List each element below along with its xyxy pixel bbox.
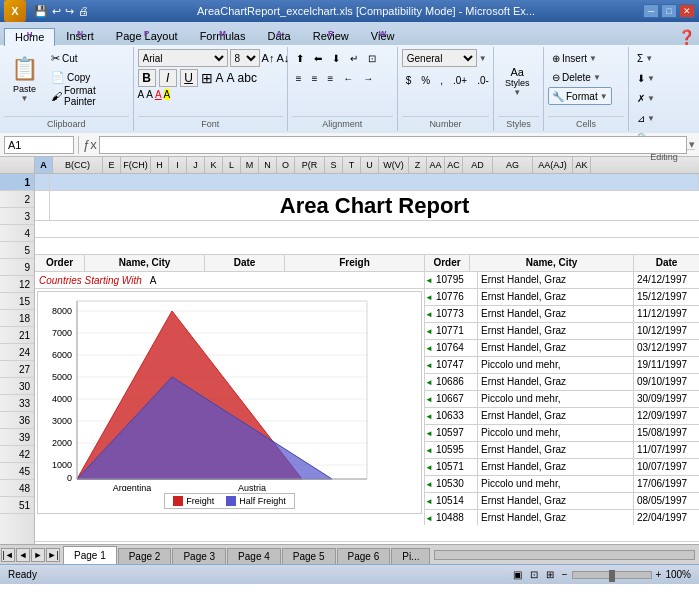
col-header-M[interactable]: M [241, 157, 259, 173]
delete-button[interactable]: ⊖ Delete ▼ [548, 68, 605, 86]
list-item[interactable]: ◄ 10597 Piccolo und mehr, 15/08/1997 [425, 425, 699, 442]
delete-arrow[interactable]: ▼ [593, 73, 601, 82]
wrap-text-icon[interactable]: ↵ [346, 49, 362, 67]
clear-arrow[interactable]: ▼ [647, 94, 655, 103]
tab-data[interactable]: A Data [256, 27, 301, 45]
italic-button[interactable]: I [159, 69, 177, 87]
align-right-icon[interactable]: ≡ [323, 69, 337, 87]
sheet-tab-page5[interactable]: Page 5 [282, 548, 336, 564]
clear-button[interactable]: ✗ ▼ [633, 89, 659, 107]
tab-view[interactable]: W View [360, 27, 406, 45]
sheet-tab-page2[interactable]: Page 2 [118, 548, 172, 564]
indent-increase-icon[interactable]: → [359, 69, 377, 87]
sheet-nav-next[interactable]: ► [31, 548, 45, 562]
border-button[interactable]: ⊞ [201, 70, 213, 86]
list-item[interactable]: ◄ 10595 Ernst Handel, Graz 11/07/1997 [425, 442, 699, 459]
sheet-tab-page1[interactable]: Page 1 [63, 546, 117, 564]
increase-decimal-button[interactable]: .0+ [449, 71, 471, 89]
zoom-in-icon[interactable]: + [656, 569, 662, 580]
col-header-J[interactable]: J [187, 157, 205, 173]
list-item[interactable]: ◄ 10764 Ernst Handel, Graz 03/12/1997 [425, 340, 699, 357]
list-item[interactable]: ◄ 10514 Ernst Handel, Graz 08/05/1997 [425, 493, 699, 510]
copy-button[interactable]: 📄 Copy [47, 68, 129, 86]
align-center-icon[interactable]: ≡ [308, 69, 322, 87]
formula-expand-icon[interactable]: ▾ [689, 138, 695, 151]
sheet-nav-first[interactable]: |◄ [1, 548, 15, 562]
comma-button[interactable]: , [436, 71, 447, 89]
list-item[interactable]: ◄ 10667 Piccolo und mehr, 30/09/1997 [425, 391, 699, 408]
list-item[interactable]: ◄ 10686 Ernst Handel, Graz 09/10/1997 [425, 374, 699, 391]
sum-arrow[interactable]: ▼ [645, 54, 653, 63]
merge-center-icon[interactable]: ⊡ [364, 49, 380, 67]
paste-dropdown-arrow[interactable]: ▼ [21, 94, 29, 103]
name-box[interactable] [4, 136, 74, 154]
styles-button[interactable]: Aa Styles ▼ [498, 52, 537, 112]
align-top-icon[interactable]: ⬆ [292, 49, 308, 67]
paste-button[interactable]: 📋 Paste ▼ [4, 49, 45, 109]
help-icon[interactable]: ❓ [678, 29, 695, 45]
list-item[interactable]: ◄ 10795 Ernst Handel, Graz 24/12/1997 [425, 272, 699, 289]
tab-page-layout[interactable]: P Page Layout [105, 27, 189, 45]
cell-rest-1[interactable] [50, 174, 699, 191]
align-middle-icon[interactable]: ⬅ [310, 49, 326, 67]
col-header-E[interactable]: E [103, 157, 121, 173]
font-name-select[interactable]: Arial [138, 49, 228, 67]
increase-font-icon[interactable]: A↑ [262, 52, 275, 64]
list-item[interactable]: ◄ 10776 Ernst Handel, Graz 15/12/1997 [425, 289, 699, 306]
bold-button[interactable]: B [138, 69, 156, 87]
col-header-A[interactable]: A [35, 157, 53, 173]
fill-button[interactable]: ⬇ ▼ [633, 69, 659, 87]
sheet-tab-page3[interactable]: Page 3 [172, 548, 226, 564]
col-header-N[interactable]: N [259, 157, 277, 173]
zoom-out-icon[interactable]: − [562, 569, 568, 580]
col-header-PR[interactable]: P(R [295, 157, 325, 173]
styles-arrow[interactable]: ▼ [513, 88, 521, 97]
quick-redo-icon[interactable]: ↪ [65, 5, 74, 18]
sort-filter-arrow[interactable]: ▼ [647, 114, 655, 123]
col-header-WV[interactable]: W(V) [379, 157, 409, 173]
col-header-Z[interactable]: Z [409, 157, 427, 173]
currency-button[interactable]: $ [402, 71, 416, 89]
list-item[interactable]: ◄ 10771 Ernst Handel, Graz 10/12/1997 [425, 323, 699, 340]
tab-review[interactable]: R Review [302, 27, 360, 45]
sheet-tab-pi[interactable]: Pi... [391, 548, 430, 564]
list-item[interactable]: ◄ 10530 Piccolo und mehr, 17/06/1997 [425, 476, 699, 493]
insert-arrow[interactable]: ▼ [589, 54, 597, 63]
col-header-K[interactable]: K [205, 157, 223, 173]
view-layout-icon[interactable]: ⊡ [530, 569, 538, 580]
list-item[interactable]: ◄ 10488 Ernst Handel, Graz 22/04/1997 [425, 510, 699, 525]
indent-decrease-icon[interactable]: ← [339, 69, 357, 87]
col-header-FCH[interactable]: F(CH) [121, 157, 151, 173]
col-header-AC[interactable]: AC [445, 157, 463, 173]
font-color-button[interactable]: A [227, 71, 235, 85]
col-header-AAAJ[interactable]: AA(AJ) [533, 157, 573, 173]
format-arrow[interactable]: ▼ [600, 92, 608, 101]
col-header-AA[interactable]: AA [427, 157, 445, 173]
quick-save-icon[interactable]: 💾 [34, 5, 48, 18]
list-item[interactable]: ◄ 10571 Ernst Handel, Graz 10/07/1997 [425, 459, 699, 476]
col-header-O[interactable]: O [277, 157, 295, 173]
zoom-slider[interactable] [572, 571, 652, 579]
sheet-tab-page4[interactable]: Page 4 [227, 548, 281, 564]
cell-A1[interactable] [35, 174, 50, 191]
align-left-icon[interactable]: ≡ [292, 69, 306, 87]
percent-button[interactable]: % [417, 71, 434, 89]
office-button[interactable]: X [4, 0, 26, 22]
col-header-T[interactable]: T [343, 157, 361, 173]
decrease-decimal-button[interactable]: .0- [473, 71, 493, 89]
maximize-button[interactable]: □ [661, 4, 677, 18]
view-normal-icon[interactable]: ▣ [513, 569, 522, 580]
underline-button[interactable]: U [180, 69, 198, 87]
col-header-L[interactable]: L [223, 157, 241, 173]
grid-content[interactable]: Area Chart Report Order Name, City Date … [35, 174, 699, 544]
number-format-select[interactable]: General [402, 49, 477, 67]
sum-button[interactable]: Σ ▼ [633, 49, 657, 67]
col-header-H[interactable]: H [151, 157, 169, 173]
strikethrough-button[interactable]: abc [238, 71, 257, 85]
quick-print-icon[interactable]: 🖨 [78, 5, 89, 17]
chart-container[interactable]: 8000 7000 6000 5000 4000 3000 2000 1000 … [37, 291, 422, 514]
align-bottom-icon[interactable]: ⬇ [328, 49, 344, 67]
list-item[interactable]: ◄ 10633 Ernst Handel, Graz 12/09/1997 [425, 408, 699, 425]
tab-insert[interactable]: N Insert [55, 27, 105, 45]
list-item[interactable]: ◄ 10747 Piccolo und mehr, 19/11/1997 [425, 357, 699, 374]
